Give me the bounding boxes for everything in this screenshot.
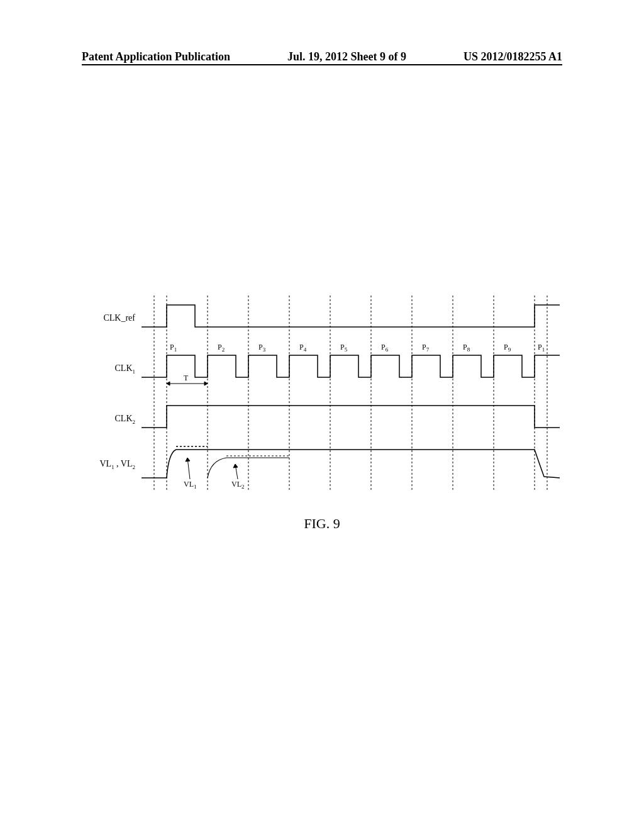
header-right: US 2012/0182255 A1: [464, 50, 562, 64]
svg-marker-18: [233, 464, 238, 468]
label-p6: P6: [381, 343, 388, 353]
label-vl: VL1 , VL2: [79, 459, 135, 470]
label-t: T: [184, 374, 188, 383]
header-center: Jul. 19, 2012 Sheet 9 of 9: [287, 50, 406, 64]
label-clk1: CLK1: [79, 363, 135, 375]
label-p1-end: P1: [538, 343, 545, 353]
svg-marker-14: [204, 382, 208, 385]
header-rule: [82, 64, 562, 65]
label-clk-ref: CLK_ref: [79, 313, 135, 323]
label-p2: P2: [218, 343, 225, 353]
label-p3: P3: [258, 343, 265, 353]
label-p4: P4: [299, 343, 306, 353]
label-p8: P8: [463, 343, 470, 353]
label-clk2: CLK2: [79, 414, 135, 425]
label-p9: P9: [504, 343, 511, 353]
svg-marker-16: [186, 458, 190, 462]
label-p7: P7: [422, 343, 429, 353]
header-left: Patent Application Publication: [82, 50, 230, 64]
svg-marker-13: [167, 382, 170, 385]
timing-diagram: CLK_ref CLK1 CLK2 VL1 , VL2 P1 P2 P3 P4 …: [82, 296, 560, 497]
label-vl2-pointer: VL2: [231, 480, 245, 490]
label-p5: P5: [340, 343, 347, 353]
label-vl1-pointer: VL1: [184, 480, 197, 490]
waveform-svg: [82, 296, 560, 509]
label-p1: P1: [170, 343, 177, 353]
figure-caption: FIG. 9: [0, 516, 644, 532]
